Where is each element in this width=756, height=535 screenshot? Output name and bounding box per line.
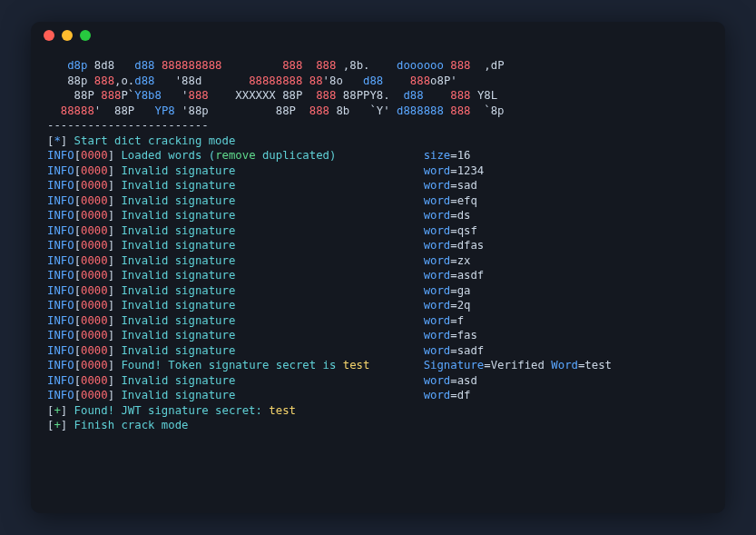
close-dot[interactable] (44, 30, 54, 41)
minimize-dot[interactable] (62, 30, 73, 41)
terminal-output: d8p 8d8 d88 888888888 888 888 ,8b. doooo… (31, 49, 725, 450)
terminal-window: d8p 8d8 d88 888888888 888 888 ,8b. doooo… (31, 22, 725, 513)
titlebar (31, 22, 725, 49)
zoom-dot[interactable] (80, 30, 91, 41)
